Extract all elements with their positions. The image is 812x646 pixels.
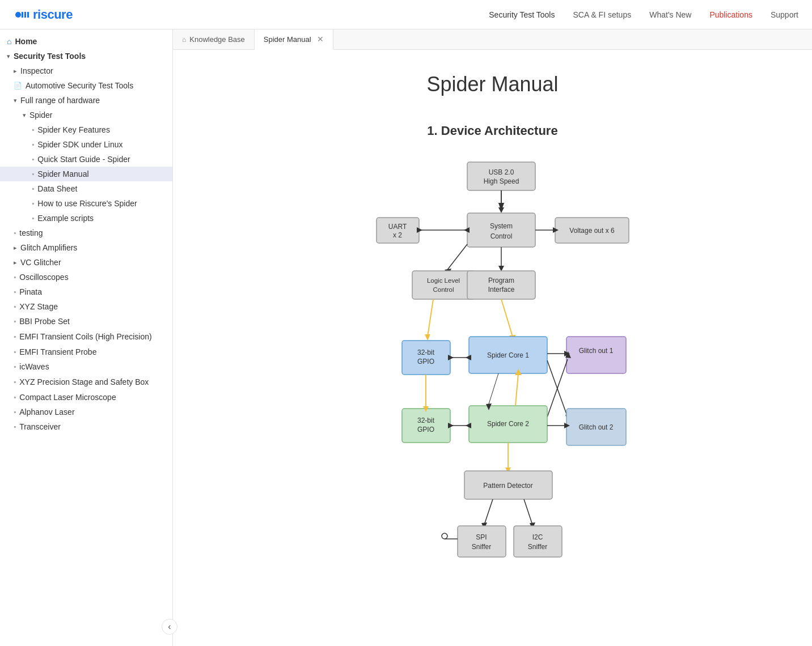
sidebar-emfi-coils-label: EMFI Transient Coils (High Precision) bbox=[19, 332, 151, 342]
sidebar: ⌂ Home ▾ Security Test Tools ▸ Inspector… bbox=[0, 29, 173, 646]
svg-marker-21 bbox=[417, 227, 422, 233]
nav-whats-new[interactable]: What's New bbox=[649, 10, 691, 19]
svg-line-33 bbox=[428, 299, 433, 337]
sidebar-oscilloscopes-label: Oscilloscopes bbox=[19, 273, 68, 282]
sidebar-item-inspector[interactable]: ▸ Inspector bbox=[0, 63, 172, 78]
svg-text:I2C: I2C bbox=[532, 533, 543, 541]
sidebar-item-compact-laser[interactable]: ▪ Compact Laser Microscope bbox=[0, 390, 172, 405]
doc-icon-13: ▪ bbox=[14, 317, 16, 325]
page-title: Spider Manual bbox=[218, 73, 767, 96]
sidebar-transceiver-label: Transceiver bbox=[19, 422, 61, 431]
sidebar-alphanov-laser-label: Alphanov Laser bbox=[19, 407, 74, 416]
tab-knowledge-base[interactable]: ⌂ Knowledge Base bbox=[173, 29, 255, 50]
svg-rect-27 bbox=[412, 271, 475, 299]
sidebar-item-data-sheet[interactable]: ▪ Data Sheet bbox=[0, 181, 172, 196]
sidebar-item-spider-sdk[interactable]: ▪ Spider SDK under Linux bbox=[0, 137, 172, 152]
doc-icon-5: ▪ bbox=[32, 170, 34, 178]
sidebar-spider-sdk-label: Spider SDK under Linux bbox=[37, 140, 122, 149]
chevron-down-icon: ▾ bbox=[7, 53, 10, 60]
nav-links: Security Test Tools SCA & FI setups What… bbox=[489, 10, 798, 19]
svg-text:32-bit: 32-bit bbox=[417, 416, 434, 424]
svg-line-85 bbox=[515, 373, 518, 406]
sidebar-spider-label: Spider bbox=[29, 110, 52, 120]
tab-spider-manual[interactable]: Spider Manual ✕ bbox=[255, 29, 333, 50]
svg-text:GPIO: GPIO bbox=[417, 358, 434, 366]
doc-icon-16: ▪ bbox=[14, 363, 16, 371]
doc-icon-3: ▪ bbox=[32, 141, 34, 148]
svg-line-35 bbox=[501, 299, 513, 337]
sidebar-item-how-to-use[interactable]: ▪ How to use Riscure's Spider bbox=[0, 196, 172, 211]
svg-point-81 bbox=[442, 533, 447, 539]
svg-marker-9 bbox=[498, 207, 504, 213]
svg-text:Sniffer: Sniffer bbox=[527, 543, 547, 551]
sidebar-pinata-label: Pinata bbox=[19, 287, 42, 296]
sidebar-item-full-range[interactable]: ▾ Full range of hardware bbox=[0, 93, 172, 108]
chevron-right-icon: ▸ bbox=[14, 67, 17, 75]
sidebar-item-xyz-precision[interactable]: ▪ XYZ Precision Stage and Safety Box bbox=[0, 374, 172, 390]
svg-text:SPI: SPI bbox=[476, 533, 487, 541]
svg-text:Control: Control bbox=[433, 286, 454, 293]
chevron-down-icon-2: ▾ bbox=[14, 97, 17, 104]
svg-rect-3 bbox=[27, 12, 29, 18]
sidebar-item-pinata[interactable]: ▪ Pinata bbox=[0, 284, 172, 299]
doc-icon-18: ▪ bbox=[14, 393, 16, 401]
nav-support[interactable]: Support bbox=[771, 10, 798, 19]
sidebar-item-quick-start[interactable]: ▪ Quick Start Guide - Spider bbox=[0, 152, 172, 167]
sidebar-emfi-probe-label: EMFI Transient Probe bbox=[19, 347, 96, 356]
sidebar-item-xyz-stage[interactable]: ▪ XYZ Stage bbox=[0, 299, 172, 314]
sidebar-item-spider-key-features[interactable]: ▪ Spider Key Features bbox=[0, 122, 172, 137]
tabs-bar: ⌂ Knowledge Base Spider Manual ✕ bbox=[173, 29, 812, 50]
svg-rect-42 bbox=[566, 337, 626, 373]
sidebar-item-spider[interactable]: ▾ Spider bbox=[0, 108, 172, 122]
svg-text:Pattern Detector: Pattern Detector bbox=[483, 482, 532, 490]
sidebar-item-example-scripts[interactable]: ▪ Example scripts bbox=[0, 211, 172, 226]
sidebar-item-bbi-probe[interactable]: ▪ BBI Probe Set bbox=[0, 314, 172, 329]
doc-icon-6: ▪ bbox=[32, 185, 34, 193]
doc-icon-20: ▪ bbox=[14, 423, 16, 431]
sidebar-toggle-button[interactable]: ‹ bbox=[162, 619, 177, 635]
home-icon: ⌂ bbox=[7, 37, 11, 46]
doc-icon: 📄 bbox=[14, 82, 22, 90]
sidebar-icwaves-label: icWaves bbox=[19, 362, 49, 371]
doc-icon-19: ▪ bbox=[14, 408, 16, 416]
sidebar-item-home[interactable]: ⌂ Home bbox=[0, 34, 172, 49]
sidebar-item-automotive[interactable]: 📄 Automotive Security Test Tools bbox=[0, 78, 172, 93]
doc-icon-4: ▪ bbox=[32, 155, 34, 163]
sidebar-item-vc-glitcher[interactable]: ▸ VC Glitcher bbox=[0, 255, 172, 270]
svg-text:Interface: Interface bbox=[488, 286, 514, 294]
sidebar-item-testing[interactable]: ▪ testing bbox=[0, 226, 172, 240]
logo-text: riscure bbox=[33, 7, 73, 22]
sidebar-item-emfi-probe[interactable]: ▪ EMFI Transient Probe bbox=[0, 345, 172, 359]
sidebar-item-emfi-coils[interactable]: ▪ EMFI Transient Coils (High Precision) bbox=[0, 329, 172, 345]
sidebar-full-range-label: Full range of hardware bbox=[20, 96, 100, 105]
sidebar-item-spider-manual[interactable]: ▪ Spider Manual bbox=[0, 167, 172, 181]
logo[interactable]: riscure bbox=[14, 7, 73, 23]
doc-icon-7: ▪ bbox=[32, 199, 34, 207]
svg-text:USB 2.0: USB 2.0 bbox=[488, 168, 514, 176]
doc-icon-11: ▪ bbox=[14, 288, 16, 296]
sidebar-item-icwaves[interactable]: ▪ icWaves bbox=[0, 359, 172, 374]
nav-sca-fi[interactable]: SCA & FI setups bbox=[573, 10, 631, 19]
top-navigation: riscure Security Test Tools SCA & FI set… bbox=[0, 0, 812, 29]
sidebar-example-scripts-label: Example scripts bbox=[37, 214, 94, 223]
chevron-down-icon-3: ▾ bbox=[23, 112, 26, 119]
sidebar-vc-glitcher-label: VC Glitcher bbox=[20, 258, 61, 267]
svg-marker-61 bbox=[448, 423, 454, 428]
sidebar-item-transceiver[interactable]: ▪ Transceiver bbox=[0, 419, 172, 434]
sidebar-item-alphanov-laser[interactable]: ▪ Alphanov Laser bbox=[0, 405, 172, 419]
tab-close-button[interactable]: ✕ bbox=[317, 35, 324, 44]
sidebar-item-oscilloscopes[interactable]: ▪ Oscilloscopes bbox=[0, 270, 172, 284]
svg-rect-2 bbox=[24, 12, 26, 18]
svg-text:System: System bbox=[489, 222, 512, 230]
nav-publications[interactable]: Publications bbox=[709, 10, 752, 19]
svg-marker-45 bbox=[448, 355, 454, 360]
nav-security-test-tools[interactable]: Security Test Tools bbox=[489, 10, 555, 19]
sidebar-compact-laser-label: Compact Laser Microscope bbox=[19, 393, 116, 402]
sidebar-item-glitch-amplifiers[interactable]: ▸ Glitch Amplifiers bbox=[0, 240, 172, 255]
svg-point-0 bbox=[15, 12, 21, 18]
home-tab-icon: ⌂ bbox=[182, 36, 186, 44]
sidebar-how-to-use-label: How to use Riscure's Spider bbox=[37, 199, 137, 208]
sidebar-item-security-test-tools[interactable]: ▾ Security Test Tools bbox=[0, 49, 172, 63]
svg-rect-78 bbox=[514, 526, 562, 557]
svg-text:Spider Core  1: Spider Core 1 bbox=[487, 351, 528, 359]
